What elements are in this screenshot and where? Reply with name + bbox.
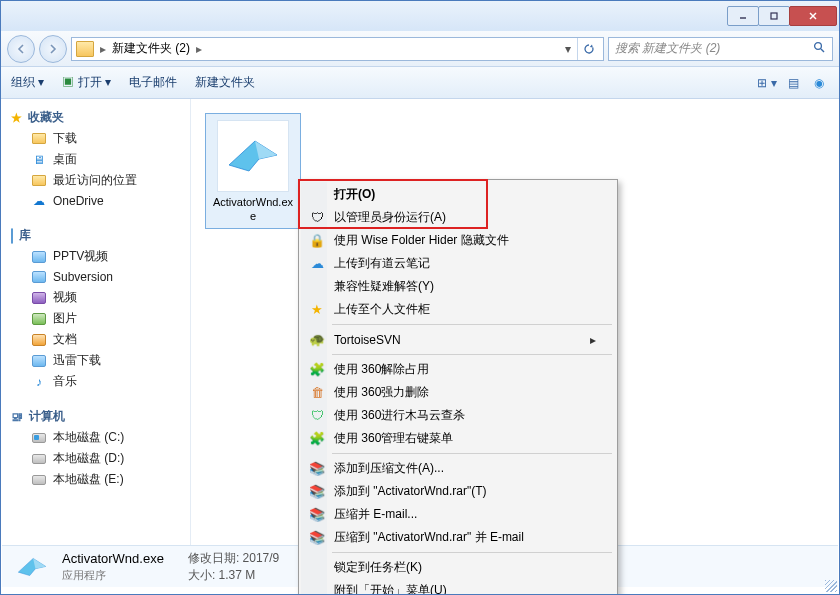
status-mdate-value: 2017/9: [243, 551, 280, 565]
back-button[interactable]: [7, 35, 35, 63]
explorer-window: ▸ 新建文件夹 (2) ▸ ▾ 搜索 新建文件夹 (2) 组织 ▾ ▣ 打开 ▾…: [0, 0, 840, 595]
status-filetype: 应用程序: [62, 568, 164, 583]
sidebar-item-desktop[interactable]: 🖥桌面: [5, 149, 186, 170]
status-size-value: 1.37 M: [219, 568, 256, 582]
sidebar-item-disk[interactable]: 本地磁盘 (E:): [5, 469, 186, 490]
view-options-icon[interactable]: ⊞ ▾: [757, 73, 777, 93]
help-icon[interactable]: ◉: [809, 73, 829, 93]
ctx-run-as-admin[interactable]: 🛡以管理员身份运行(A): [302, 206, 614, 229]
search-box[interactable]: 搜索 新建文件夹 (2): [608, 37, 833, 61]
ctx-youdao[interactable]: ☁上传到有道云笔记: [302, 252, 614, 275]
ctx-360-delete[interactable]: 🗑使用 360强力删除: [302, 381, 614, 404]
open-icon: ▣: [62, 75, 77, 89]
maximize-button[interactable]: [758, 6, 790, 26]
address-bar[interactable]: ▸ 新建文件夹 (2) ▸ ▾: [71, 37, 604, 61]
sec360-icon: 🧩: [308, 361, 326, 379]
status-thumbnail: [14, 552, 50, 582]
ctx-open[interactable]: 打开(O): [302, 183, 614, 206]
breadcrumb-sep: ▸: [100, 42, 106, 56]
sec360-icon: 🧩: [308, 430, 326, 448]
tortoise-icon: 🐢: [308, 331, 326, 349]
nav-bar: ▸ 新建文件夹 (2) ▸ ▾ 搜索 新建文件夹 (2): [1, 31, 839, 67]
preview-pane-icon[interactable]: ▤: [783, 73, 803, 93]
sidebar-item[interactable]: Subversion: [5, 267, 186, 287]
submenu-arrow-icon: ▸: [590, 333, 596, 347]
sec360-icon: 🗑: [308, 384, 326, 402]
ctx-add-archive[interactable]: 📚添加到压缩文件(A)...: [302, 457, 614, 480]
organize-menu[interactable]: 组织 ▾: [11, 74, 44, 91]
forward-button[interactable]: [39, 35, 67, 63]
sidebar: ★收藏夹 下载 🖥桌面 最近访问的位置 ☁OneDrive 库 PPTV视频 S…: [1, 99, 191, 559]
resize-handle[interactable]: [825, 580, 837, 592]
open-button: ▣ 打开 ▾: [62, 74, 111, 91]
ctx-compress-email[interactable]: 📚压缩并 E-mail...: [302, 503, 614, 526]
ctx-pin-taskbar[interactable]: 锁定到任务栏(K): [302, 556, 614, 579]
ctx-tortoisesvn[interactable]: 🐢TortoiseSVN▸: [302, 328, 614, 351]
status-size-label: 大小:: [188, 568, 215, 582]
lock-icon: 🔒: [308, 232, 326, 250]
file-name: ActivatorWnd.exe: [210, 196, 296, 224]
sidebar-item-downloads[interactable]: 下载: [5, 128, 186, 149]
sidebar-item[interactable]: 图片: [5, 308, 186, 329]
ctx-360-unlock[interactable]: 🧩使用 360解除占用: [302, 358, 614, 381]
ctx-upload-cabinet[interactable]: ★上传至个人文件柜: [302, 298, 614, 321]
title-bar: [1, 1, 839, 31]
sidebar-item-disk[interactable]: 本地磁盘 (C:): [5, 427, 186, 448]
close-button[interactable]: [789, 6, 837, 26]
minimize-button[interactable]: [727, 6, 759, 26]
search-placeholder: 搜索 新建文件夹 (2): [615, 40, 720, 57]
folder-icon: [76, 41, 94, 57]
breadcrumb-sep: ▸: [196, 42, 202, 56]
ctx-pin-start[interactable]: 附到「开始」菜单(U): [302, 579, 614, 595]
shield-icon: 🛡: [308, 209, 326, 227]
sidebar-item[interactable]: PPTV视频: [5, 246, 186, 267]
ctx-add-archive-named[interactable]: 📚添加到 "ActivatorWnd.rar"(T): [302, 480, 614, 503]
rar-icon: 📚: [308, 529, 326, 547]
computer-header[interactable]: 🖳计算机: [5, 406, 186, 427]
sidebar-item-recent[interactable]: 最近访问的位置: [5, 170, 186, 191]
sidebar-item-onedrive[interactable]: ☁OneDrive: [5, 191, 186, 211]
libraries-header[interactable]: 库: [5, 225, 186, 246]
star-icon: ★: [308, 301, 326, 319]
context-menu: 打开(O) 🛡以管理员身份运行(A) 🔒使用 Wise Folder Hider…: [298, 179, 618, 595]
file-tile-selected[interactable]: ActivatorWnd.exe: [205, 113, 301, 229]
status-mdate-label: 修改日期:: [188, 551, 239, 565]
ctx-wise-hide[interactable]: 🔒使用 Wise Folder Hider 隐藏文件: [302, 229, 614, 252]
sidebar-item[interactable]: 迅雷下载: [5, 350, 186, 371]
ctx-360-scan[interactable]: 🛡使用 360进行木马云查杀: [302, 404, 614, 427]
sidebar-item-disk[interactable]: 本地磁盘 (D:): [5, 448, 186, 469]
rar-icon: 📚: [308, 506, 326, 524]
svg-line-5: [821, 49, 824, 52]
rar-icon: 📚: [308, 460, 326, 478]
search-icon: [813, 41, 826, 57]
sec360-icon: 🛡: [308, 407, 326, 425]
favorites-header[interactable]: ★收藏夹: [5, 107, 186, 128]
refresh-button[interactable]: [577, 38, 599, 60]
toolbar: 组织 ▾ ▣ 打开 ▾ 电子邮件 新建文件夹 ⊞ ▾ ▤ ◉: [1, 67, 839, 99]
ctx-compress-named-email[interactable]: 📚压缩到 "ActivatorWnd.rar" 并 E-mail: [302, 526, 614, 549]
cloud-icon: ☁: [308, 255, 326, 273]
ctx-compat[interactable]: 兼容性疑难解答(Y): [302, 275, 614, 298]
sidebar-item[interactable]: ♪音乐: [5, 371, 186, 392]
breadcrumb-segment[interactable]: 新建文件夹 (2): [112, 40, 190, 57]
new-folder-button[interactable]: 新建文件夹: [195, 74, 255, 91]
svg-rect-1: [771, 13, 777, 19]
sidebar-item[interactable]: 文档: [5, 329, 186, 350]
sidebar-item[interactable]: 视频: [5, 287, 186, 308]
file-thumbnail: [217, 120, 289, 192]
email-button[interactable]: 电子邮件: [129, 74, 177, 91]
status-filename: ActivatorWnd.exe: [62, 550, 164, 568]
ctx-360-menu[interactable]: 🧩使用 360管理右键菜单: [302, 427, 614, 450]
svg-point-4: [815, 42, 822, 49]
star-icon: ★: [11, 111, 22, 125]
rar-icon: 📚: [308, 483, 326, 501]
